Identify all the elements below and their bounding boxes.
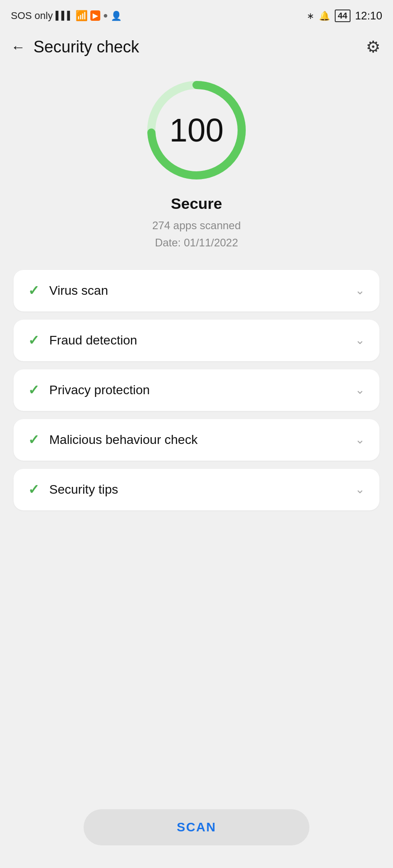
- bottom-bar: SCAN: [0, 800, 393, 868]
- item-label: Security tips: [49, 482, 118, 497]
- wifi-icon: 📶: [75, 10, 88, 22]
- header: ← Security check ⚙: [0, 29, 393, 65]
- score-circle: 100: [145, 78, 248, 182]
- list-item[interactable]: ✓ Fraud detection ⌄: [14, 320, 379, 361]
- checkmark-icon: ✓: [28, 334, 39, 347]
- status-right: ∗ 🔔 44 12:10: [307, 9, 382, 22]
- chevron-down-icon: ⌄: [355, 482, 365, 496]
- list-item[interactable]: ✓ Virus scan ⌄: [14, 270, 379, 311]
- item-label: Privacy protection: [49, 383, 150, 397]
- chevron-down-icon: ⌄: [355, 383, 365, 397]
- battery-indicator: 44: [335, 9, 351, 22]
- score-value: 100: [158, 92, 235, 169]
- status-time: 12:10: [355, 9, 382, 22]
- item-label: Malicious behaviour check: [49, 433, 197, 447]
- bluetooth-icon: ∗: [307, 10, 314, 21]
- shield-icon: ●: [103, 11, 108, 20]
- list-item[interactable]: ✓ Privacy protection ⌄: [14, 369, 379, 411]
- score-section: 100 Secure 274 apps scanned Date: 01/11/…: [0, 65, 393, 256]
- person-icon: 👤: [111, 10, 122, 21]
- checkmark-icon: ✓: [28, 483, 39, 496]
- status-left: SOS only ▌▌▌ 📶 ▶ ● 👤: [11, 10, 122, 22]
- list-item[interactable]: ✓ Malicious behaviour check ⌄: [14, 419, 379, 461]
- checkmark-icon: ✓: [28, 284, 39, 297]
- signal-icon: ▌▌▌: [56, 11, 73, 20]
- secure-label: Secure: [171, 195, 222, 212]
- apps-scanned: 274 apps scanned Date: 01/11/2022: [152, 217, 241, 252]
- checkmark-icon: ✓: [28, 433, 39, 447]
- chevron-down-icon: ⌄: [355, 283, 365, 297]
- page-title: Security check: [33, 38, 139, 57]
- bell-icon: 🔔: [319, 10, 330, 21]
- item-label: Virus scan: [49, 283, 108, 298]
- checklist: ✓ Virus scan ⌄ ✓ Fraud detection ⌄ ✓ Pri…: [0, 256, 393, 800]
- chevron-down-icon: ⌄: [355, 333, 365, 347]
- item-label: Fraud detection: [49, 333, 137, 348]
- sos-only-text: SOS only: [11, 10, 53, 22]
- status-bar: SOS only ▌▌▌ 📶 ▶ ● 👤 ∗ 🔔 44 12:10: [0, 0, 393, 29]
- settings-button[interactable]: ⚙: [366, 38, 380, 57]
- checkmark-icon: ✓: [28, 383, 39, 397]
- header-left: ← Security check: [11, 38, 139, 57]
- play-icon: ▶: [90, 10, 100, 21]
- chevron-down-icon: ⌄: [355, 433, 365, 447]
- back-button[interactable]: ←: [11, 40, 25, 54]
- scan-button[interactable]: SCAN: [84, 809, 309, 845]
- list-item[interactable]: ✓ Security tips ⌄: [14, 469, 379, 510]
